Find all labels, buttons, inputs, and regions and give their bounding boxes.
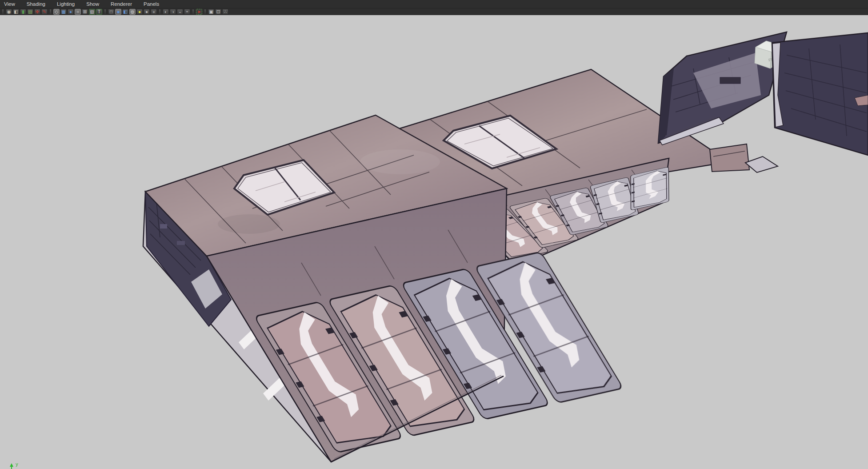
toolbar-separator <box>192 9 194 14</box>
isolate-select-icon[interactable]: ➤ <box>196 9 202 15</box>
camera-attributes-icon[interactable]: ◧ <box>13 9 19 15</box>
default-material-icon[interactable]: ○ <box>75 9 81 15</box>
xray-icon[interactable]: ⊠ <box>82 9 88 15</box>
textured-cube-icon[interactable]: ◧ <box>122 9 128 15</box>
panel-toolbar: ◉◧▮▤✜✎◇▦●○⊠▧T□■◧◍●●●◐◑◒◓➤▣⊡∴ <box>0 8 868 16</box>
shadows-icon[interactable]: ◐ <box>163 9 169 15</box>
depth-of-field-icon[interactable]: ◓ <box>184 9 190 15</box>
ambient-occlusion-icon[interactable]: ◑ <box>170 9 176 15</box>
pan-zoom-2d-icon[interactable]: ✜ <box>34 9 40 15</box>
menu-show[interactable]: Show <box>80 0 105 8</box>
scene-canvas[interactable]: FRONT y x <box>0 15 868 469</box>
grid-cube-icon[interactable]: ▣ <box>208 9 214 15</box>
image-plane-icon[interactable]: ▤ <box>27 9 33 15</box>
texture-placement-icon[interactable]: T <box>96 9 102 15</box>
selected-lights-icon[interactable]: ● <box>151 9 157 15</box>
film-gate-icon[interactable]: ▦ <box>60 9 67 15</box>
use-all-lights-icon[interactable]: ● <box>136 9 143 15</box>
wireframe-cube-icon[interactable]: □ <box>108 9 114 15</box>
overlay-panels-icon[interactable]: ⊡ <box>215 9 221 15</box>
toolbar-separator <box>2 9 4 14</box>
menu-panels[interactable]: Panels <box>138 0 165 8</box>
toolbar-separator <box>104 9 106 14</box>
panel-menubar: View Shading Lighting Show Renderer Pane… <box>0 0 868 8</box>
y-axis-label: y <box>16 461 18 467</box>
textured-icon[interactable]: ▧ <box>89 9 95 15</box>
menu-shading[interactable]: Shading <box>21 0 51 8</box>
default-lighting-icon[interactable]: ● <box>144 9 150 15</box>
maya-viewport-panel: View Shading Lighting Show Renderer Pane… <box>0 0 868 469</box>
toolbar-separator <box>204 9 206 14</box>
bookmarks-icon[interactable]: ▮ <box>20 9 26 15</box>
wireframe-icon[interactable]: ◇ <box>53 9 60 15</box>
grease-pencil-icon[interactable]: ✎ <box>41 9 48 15</box>
checker-material-icon[interactable]: ◍ <box>129 9 136 15</box>
toolbar-separator <box>159 9 160 14</box>
smooth-shade-icon[interactable]: ● <box>68 9 74 15</box>
viewport[interactable]: FRONT y x <box>0 15 868 469</box>
menu-renderer[interactable]: Renderer <box>105 0 138 8</box>
share-view-icon[interactable]: ∴ <box>222 9 228 15</box>
menu-view[interactable]: View <box>0 0 21 8</box>
motion-blur-icon[interactable]: ◒ <box>177 9 183 15</box>
shaded-cube-icon[interactable]: ■ <box>115 9 121 15</box>
toolbar-separator <box>50 9 51 14</box>
select-camera-icon[interactable]: ◉ <box>6 9 12 15</box>
menu-lighting[interactable]: Lighting <box>51 0 80 8</box>
